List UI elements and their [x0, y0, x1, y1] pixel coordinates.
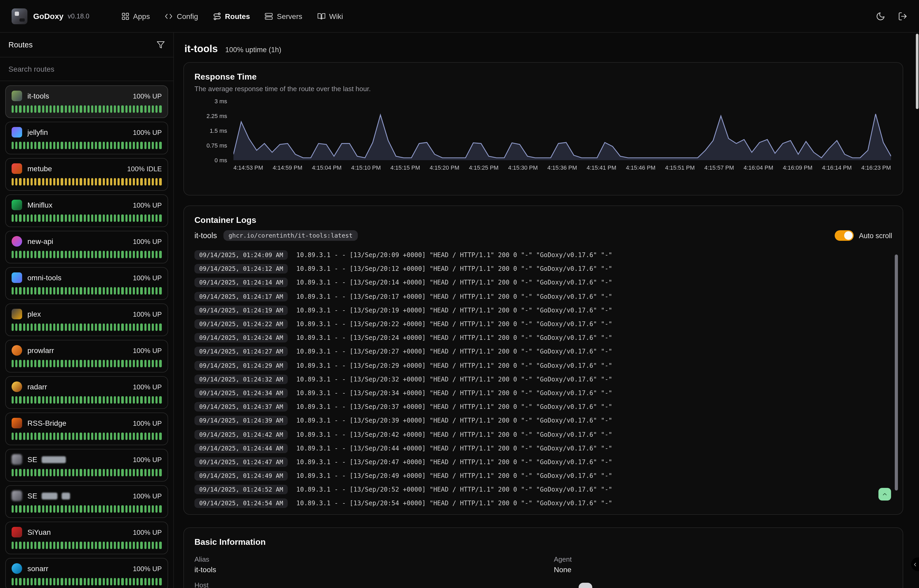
- uptime-bar: [159, 505, 162, 513]
- uptime-bar: [144, 360, 146, 367]
- uptime-bar: [34, 360, 36, 367]
- uptime-bar: [144, 142, 146, 149]
- search-routes-input[interactable]: [0, 65, 173, 73]
- route-item-it-tools[interactable]: it-tools100% UP: [5, 86, 168, 118]
- uptime-bar: [125, 469, 127, 476]
- route-item-radarr[interactable]: radarr100% UP: [5, 376, 168, 409]
- uptime-bar: [11, 542, 14, 549]
- uptime-bar: [155, 287, 158, 294]
- uptime-bar: [141, 578, 142, 585]
- uptime-bar: [155, 542, 158, 549]
- uptime-bar: [114, 505, 116, 513]
- route-item-prowlarr[interactable]: prowlarr100% UP: [5, 340, 168, 373]
- route-item-miniflux[interactable]: Miniflux100% UP: [5, 194, 168, 227]
- page-header: it-tools 100% uptime (1h): [184, 43, 903, 55]
- route-item-sonarr[interactable]: sonarr100% UP: [5, 558, 168, 588]
- route-item-omni-tools[interactable]: omni-tools100% UP: [5, 267, 168, 300]
- uptime-bar: [61, 287, 63, 294]
- uptime-bar: [129, 578, 131, 585]
- uptime-bar: [129, 287, 131, 294]
- uptime-bar: [148, 542, 150, 549]
- uptime-bar: [114, 578, 116, 585]
- uptime-bar: [11, 396, 14, 404]
- uptime-bars: [11, 396, 162, 404]
- uptime-bar: [76, 360, 78, 367]
- log-timestamp-badge: 09/14/2025, 01:24:47 AM: [194, 457, 288, 467]
- uptime-bar: [102, 142, 105, 149]
- uptime-bar: [27, 360, 29, 367]
- theme-toggle-button[interactable]: [876, 11, 885, 21]
- uptime-bar: [102, 251, 105, 258]
- uptime-bar: [102, 469, 105, 476]
- field-label: Agent: [554, 555, 892, 563]
- uptime-bar: [125, 360, 127, 367]
- route-item-se[interactable]: SE100% UP: [5, 485, 168, 518]
- uptime-bar: [110, 251, 112, 258]
- route-item-siyuan[interactable]: SiYuan100% UP: [5, 522, 168, 554]
- uptime-bar: [27, 287, 29, 294]
- uptime-bar: [15, 505, 18, 513]
- uptime-bar: [102, 360, 105, 367]
- route-item-metube[interactable]: metube100% IDLE: [5, 158, 168, 191]
- uptime-bar: [80, 505, 82, 513]
- uptime-bar: [84, 105, 86, 113]
- uptime-bar: [118, 215, 120, 222]
- nav-item-servers[interactable]: Servers: [265, 12, 302, 20]
- filter-button[interactable]: [157, 40, 165, 49]
- nav-item-config[interactable]: Config: [165, 12, 198, 20]
- uptime-bar: [65, 542, 67, 549]
- route-item-plex[interactable]: plex100% UP: [5, 304, 168, 336]
- uptime-bar: [152, 251, 154, 258]
- uptime-bar: [106, 360, 108, 367]
- uptime-bar: [141, 251, 142, 258]
- route-name: Miniflux: [27, 201, 52, 209]
- autoscroll-toggle[interactable]: [835, 230, 854, 241]
- uptime-bar: [50, 287, 52, 294]
- uptime-bar: [34, 178, 36, 186]
- uptime-bar: [152, 433, 154, 440]
- uptime-bar: [27, 542, 29, 549]
- uptime-bar: [114, 215, 116, 222]
- log-timestamp-badge: 09/14/2025, 01:24:29 AM: [194, 361, 288, 370]
- uptime-bar: [23, 578, 25, 585]
- uptime-bar: [136, 578, 139, 585]
- scroll-to-top-button[interactable]: [879, 488, 891, 501]
- uptime-bar: [136, 505, 139, 513]
- log-timestamp-badge: 09/14/2025, 01:24:49 AM: [194, 471, 288, 480]
- log-row: 09/14/2025, 01:24:17 AM10.89.3.1 - - [13…: [194, 289, 892, 303]
- uptime-bar: [61, 578, 63, 585]
- log-row: 09/14/2025, 01:24:22 AM10.89.3.1 - - [13…: [194, 317, 892, 331]
- uptime-bar: [65, 287, 67, 294]
- uptime-bar: [102, 105, 105, 113]
- x-tick-label: 4:15:30 PM: [508, 165, 538, 171]
- uptime-bar: [125, 505, 127, 513]
- route-item-new-api[interactable]: new-api100% UP: [5, 231, 168, 263]
- uptime-bar: [76, 433, 78, 440]
- y-tick-label: 2.25 ms: [207, 113, 227, 119]
- logout-button[interactable]: [898, 11, 908, 21]
- uptime-bar: [65, 505, 67, 513]
- uptime-bar: [57, 360, 59, 367]
- uptime-bar: [136, 178, 139, 186]
- uptime-bar: [72, 178, 74, 186]
- uptime-bar: [31, 542, 33, 549]
- uptime-bar: [110, 396, 112, 404]
- container-logs-title: Container Logs: [194, 215, 892, 225]
- uptime-bar: [125, 142, 127, 149]
- uptime-bar: [110, 360, 112, 367]
- uptime-bar: [38, 287, 40, 294]
- uptime-bar: [23, 215, 25, 222]
- page-scrollbar-thumb[interactable]: [916, 34, 919, 109]
- nav-item-apps[interactable]: Apps: [121, 12, 150, 20]
- route-status: 100% UP: [133, 237, 162, 245]
- uptime-bar: [34, 505, 36, 513]
- nav-item-routes[interactable]: Routes: [213, 12, 250, 20]
- uptime-bar: [102, 433, 105, 440]
- log-timestamp-badge: 09/14/2025, 01:24:12 AM: [194, 264, 288, 274]
- route-item-rss-bridge[interactable]: RSS-Bridge100% UP: [5, 412, 168, 445]
- route-item-se[interactable]: SE100% UP: [5, 449, 168, 481]
- field-value: None: [554, 565, 892, 574]
- logs-scrollbar-thumb[interactable]: [895, 255, 898, 491]
- nav-item-wiki[interactable]: Wiki: [317, 12, 343, 20]
- route-item-jellyfin[interactable]: jellyfin100% UP: [5, 122, 168, 154]
